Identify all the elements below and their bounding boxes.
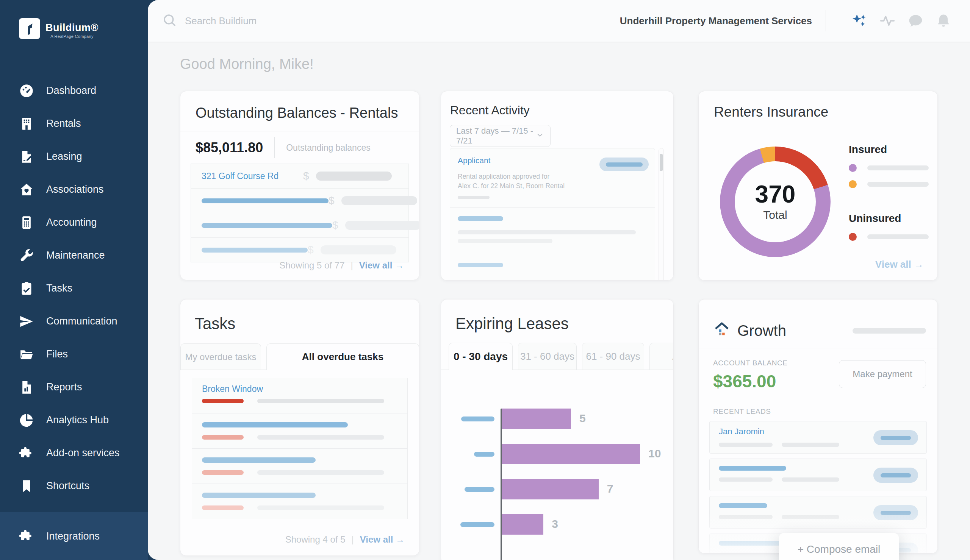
sidebar-item-rentals[interactable]: Rentals: [0, 107, 148, 140]
make-payment-button[interactable]: Make payment: [839, 360, 926, 388]
sidebar-item-maintenance[interactable]: Maintenance: [0, 239, 148, 272]
chevron-down-icon: [536, 131, 544, 141]
search-icon: [162, 13, 177, 29]
sidebar-item-dashboard[interactable]: Dashboard: [0, 74, 148, 107]
bar-segment[interactable]: [502, 408, 571, 429]
view-all-link[interactable]: View all →: [359, 260, 404, 271]
donut-total-label: Total: [763, 208, 787, 222]
scrollbar-thumb[interactable]: [659, 154, 663, 171]
list-item[interactable]: [709, 496, 927, 528]
compose-email-button[interactable]: + Compose email: [779, 533, 899, 560]
text-skeleton: [719, 515, 773, 519]
list-item[interactable]: [450, 208, 655, 255]
table-row[interactable]: $: [190, 237, 409, 262]
tab-all[interactable]: All: [649, 343, 674, 370]
status-badge: [873, 505, 918, 520]
donut-total-value: 370: [755, 182, 796, 207]
sidebar-item-communication[interactable]: Communication: [0, 305, 148, 338]
list-item[interactable]: [450, 255, 655, 280]
sidebar-item-leasing[interactable]: Leasing: [0, 140, 148, 173]
renters-insurance-card: Renters Insurance 370 Total Insured Unin…: [698, 91, 938, 280]
list-item[interactable]: [192, 413, 408, 449]
tab-all-overdue-tasks[interactable]: All overdue tasks: [266, 343, 419, 370]
text-skeleton: [257, 435, 384, 440]
list-item[interactable]: [709, 458, 927, 491]
list-item[interactable]: [192, 483, 408, 519]
text-skeleton: [458, 239, 553, 243]
dashboard-gauge-icon: [19, 83, 34, 98]
activity-type-link[interactable]: Applicant: [458, 156, 490, 165]
showing-count: Showing 5 of 77: [279, 260, 344, 271]
bar-segment[interactable]: [502, 479, 599, 499]
text-skeleton: [458, 230, 636, 234]
table-row[interactable]: 321 Golf Course Rd $: [190, 163, 409, 188]
activity-type-skeleton: [458, 216, 503, 221]
overdue-bar: [202, 435, 244, 440]
bar-value-label: 3: [552, 518, 558, 530]
task-skeleton: [202, 493, 316, 498]
activity-type-skeleton: [458, 263, 503, 267]
list-item[interactable]: [192, 448, 408, 484]
sidebar-item-analytics-hub[interactable]: Analytics Hub: [0, 403, 148, 437]
date-range-dropdown[interactable]: Last 7 days — 7/15 - 7/21: [450, 125, 551, 147]
footer-separator: |: [351, 260, 353, 271]
sidebar-item-accounting[interactable]: Accounting: [0, 206, 148, 239]
view-all-link[interactable]: View all →: [360, 534, 405, 545]
task-link[interactable]: Broken Window: [202, 384, 263, 394]
tab-my-overdue-tasks[interactable]: My overdue tasks: [180, 343, 261, 370]
sidebar-item-associations[interactable]: Associations: [0, 173, 148, 206]
amount-skeleton: [341, 196, 417, 205]
clipboard-check-icon: [19, 281, 34, 296]
list-item[interactable]: Jan Jaromin: [709, 421, 927, 453]
activity-pulse-icon[interactable]: [879, 12, 896, 29]
table-row[interactable]: $: [190, 188, 409, 213]
category-skeleton: [461, 417, 494, 422]
currency-symbol: $: [308, 244, 314, 256]
view-all-link[interactable]: View all →: [875, 258, 924, 270]
outstanding-balances-card: Outstanding Balances - Rentals $85,011.8…: [180, 91, 419, 280]
legend-insured-label: Insured: [849, 143, 929, 156]
list-item[interactable]: Applicant Rental application approved fo…: [450, 148, 655, 208]
scrollbar-track[interactable]: [659, 148, 664, 280]
sidebar-item-addon-services[interactable]: Add-on services: [0, 437, 148, 470]
overdue-bar: [202, 470, 244, 475]
legend-skeleton: [867, 182, 929, 187]
brand-logo[interactable]: Buildium® A RealPage Company: [19, 18, 99, 39]
text-skeleton: [719, 552, 773, 553]
bar-value-label: 7: [607, 482, 613, 495]
sidebar-item-tasks[interactable]: Tasks: [0, 272, 148, 305]
card-title: Tasks: [180, 300, 419, 342]
growth-house-icon: [713, 321, 731, 340]
bell-icon[interactable]: [935, 12, 952, 29]
tab-31-60-days[interactable]: 31 - 60 days: [518, 343, 577, 370]
activity-list: Applicant Rental application approved fo…: [450, 148, 655, 280]
brand-tagline: A RealPage Company: [45, 34, 99, 38]
legend-uninsured-label: Uninsured: [849, 212, 929, 225]
sidebar: Buildium® A RealPage Company Dashboard R…: [0, 0, 148, 560]
sidebar-nav: Dashboard Rentals Leasing Associations A…: [0, 74, 148, 502]
sidebar-item-reports[interactable]: Reports: [0, 371, 148, 403]
sidebar-item-integrations[interactable]: Integrations: [0, 512, 148, 560]
calculator-icon: [19, 215, 34, 230]
list-item[interactable]: Broken Window: [192, 378, 408, 413]
legend-skeleton: [867, 165, 929, 170]
company-name: Underhill Property Management Services: [620, 15, 812, 27]
property-link[interactable]: 321 Golf Course Rd: [202, 171, 279, 182]
sidebar-item-files[interactable]: Files: [0, 338, 148, 371]
task-skeleton: [202, 422, 348, 427]
tab-61-90-days[interactable]: 61 - 90 days: [582, 343, 644, 370]
sidebar-item-shortcuts[interactable]: Shortcuts: [0, 470, 148, 502]
recent-activity-card: Recent Activity Last 7 days — 7/15 - 7/2…: [441, 91, 674, 280]
brand-name: Buildium®: [45, 22, 99, 33]
bar-segment[interactable]: [502, 444, 640, 464]
bar-value-label: 10: [648, 447, 661, 460]
bar-segment[interactable]: [502, 514, 543, 535]
lead-link[interactable]: Jan Jaromin: [719, 427, 764, 436]
legend-dot-orange: [849, 180, 857, 188]
tab-0-30-days[interactable]: 0 - 30 days: [449, 343, 513, 370]
overdue-bar: [202, 505, 244, 510]
sparkles-ai-icon[interactable]: [851, 12, 868, 29]
chat-icon[interactable]: [907, 12, 924, 29]
table-row[interactable]: $: [190, 213, 409, 238]
global-search-input[interactable]: Search Buildium: [162, 13, 620, 29]
